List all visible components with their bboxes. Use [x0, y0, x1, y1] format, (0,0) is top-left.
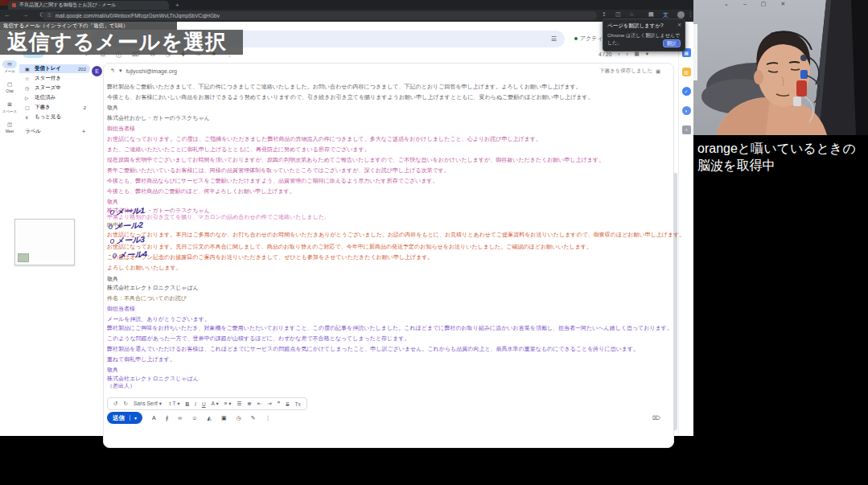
send-button[interactable]: 送信 ▾: [107, 412, 142, 424]
italic-icon[interactable]: I: [195, 401, 196, 407]
drafts-icon: ▢: [25, 105, 31, 110]
discard-draft-icon[interactable]: ⌦: [652, 415, 660, 421]
popout-icon[interactable]: ▣: [656, 68, 660, 75]
sidebar-item-label: 送信済み: [35, 94, 56, 101]
pagination-row: 4 / 20 ‹ › ▦ ▾: [599, 51, 648, 57]
inbox-icon: ▣: [25, 66, 31, 72]
rail-item-mail[interactable]: ✉メール: [0, 60, 19, 73]
minimize-icon[interactable]: –: [743, 1, 747, 7]
new-tab-button[interactable]: +: [175, 2, 179, 9]
indent-more-icon[interactable]: ⇥: [267, 401, 271, 407]
sidebar-item-more[interactable]: ∨もっと見る: [19, 113, 90, 121]
sidebar-item-sent[interactable]: ▷送信済み: [19, 93, 90, 102]
more-options-icon[interactable]: ⋮: [265, 415, 271, 421]
compose-action-icons: A∮∞☺◭▣◷✎⋮: [152, 415, 270, 421]
app-rail: ✉メール▢Chat⊞スペース◫Meet: [0, 60, 19, 141]
rail-item-spaces[interactable]: ⊞スペース: [0, 101, 19, 113]
newer-icon[interactable]: ‹: [618, 51, 619, 57]
bullet-list-icon[interactable]: ≣: [247, 401, 251, 407]
bookmark-star-icon[interactable]: ☆: [629, 11, 634, 18]
window-menu-icon[interactable]: ⌄: [724, 1, 729, 7]
indent-less-icon[interactable]: ⇤: [257, 401, 261, 407]
share-icon[interactable]: ↥: [602, 11, 607, 18]
scrollbar[interactable]: [673, 173, 677, 430]
close-icon[interactable]: ✕: [780, 1, 785, 7]
rail-item-meet[interactable]: ◫Meet: [0, 121, 19, 134]
window-controls[interactable]: ⌄–▢✕: [724, 1, 785, 7]
browser-menu-icon[interactable]: ⋮: [688, 11, 693, 18]
url-text: mail.google.com/mail/u/0/#inbox/FMfcgzGs…: [56, 13, 220, 18]
sidebar-item-label: スヌーズ中: [35, 84, 61, 92]
active-status-dot: [574, 37, 578, 40]
caption-small: 返信するメール（インラインで下の「返信」で1回）: [0, 22, 177, 30]
reading-list-icon[interactable]: ◫: [615, 11, 621, 18]
redo-icon[interactable]: ↻: [123, 401, 127, 407]
sidebar-item-starred[interactable]: ☆スター付き: [19, 74, 90, 83]
reply-compose-card[interactable]: [103, 63, 674, 448]
quote-icon[interactable]: ❞: [278, 401, 281, 407]
signature-icon[interactable]: ✎: [251, 415, 256, 421]
browser-window: 不良品混入に関する御報告とお詫び - メール + ← → ⟳ ⚿ mail.go…: [0, 0, 693, 436]
bold-icon[interactable]: B: [185, 401, 189, 407]
confidential-mode-icon[interactable]: ◷: [237, 415, 241, 421]
drive-icon[interactable]: ◭: [208, 415, 212, 421]
browser-profile-avatar[interactable]: [677, 11, 685, 18]
keep-icon[interactable]: ▥: [682, 68, 691, 76]
stage: 不良品混入に関する御報告とお詫び - メール + ← → ⟳ ⚿ mail.go…: [0, 0, 868, 485]
sidebar-item-inbox[interactable]: ▣受信トレイ202: [19, 64, 90, 73]
insert-link-icon[interactable]: ∞: [178, 415, 182, 421]
get-addons-icon[interactable]: ＋: [682, 125, 691, 134]
tasks-icon[interactable]: ✓: [682, 87, 691, 96]
maximize-icon[interactable]: ▢: [761, 1, 767, 7]
attach-file-icon[interactable]: ∮: [166, 415, 169, 421]
recipient-row[interactable]: ↰ ▾ fujiyoshi@image.org: [110, 68, 177, 74]
numbered-list-icon[interactable]: ☰: [237, 401, 242, 407]
underline-icon[interactable]: U: [202, 401, 206, 407]
translate-popup-close-icon[interactable]: ✕: [677, 22, 681, 27]
draft-saved-status: 下書きを保存しました ▣: [599, 68, 660, 75]
search-options-icon[interactable]: ☰: [551, 35, 557, 43]
create-label-button[interactable]: +: [82, 129, 85, 134]
tab-title: 不良品混入に関する御報告とお詫び - メール: [19, 2, 116, 9]
snoozed-icon: ◷: [25, 85, 31, 91]
rail-item-label: メール: [0, 69, 19, 73]
webcam-caption-line2: 脳波を取得中: [697, 157, 865, 174]
align-icon[interactable]: ≡ ▾: [224, 401, 232, 407]
formatting-options-icon[interactable]: A: [152, 415, 156, 421]
translate-button[interactable]: 翻訳: [663, 39, 681, 47]
caption-large: 返信するメールを選択: [0, 30, 243, 55]
rail-item-chat[interactable]: ▢Chat: [0, 80, 19, 93]
address-bar[interactable]: ⚿ mail.google.com/mail/u/0/#inbox/FMfcgz…: [42, 11, 597, 20]
translate-popup: ページを翻訳しますか? Chrome は正しく翻訳しませんでした。 ✕ 翻訳: [603, 18, 685, 51]
browser-url-bar: ← → ⟳ ⚿ mail.google.com/mail/u/0/#inbox/…: [0, 10, 693, 22]
side-panel-divider: [678, 48, 679, 436]
older-icon[interactable]: ›: [626, 51, 627, 57]
meet-icon: ◫: [2, 121, 17, 129]
font-size-icon[interactable]: ｔT ▾: [167, 401, 179, 408]
strikethrough-icon[interactable]: S: [286, 401, 289, 407]
more-icon: ∨: [25, 114, 31, 120]
remove-formatting-icon[interactable]: Tx: [295, 401, 301, 407]
sidebar-item-snoozed[interactable]: ◷スヌーズ中: [19, 84, 90, 92]
input-tools-caret-icon[interactable]: ▾: [646, 51, 648, 57]
contacts-icon[interactable]: ◗: [682, 106, 691, 115]
labels-header-row: ラベル+: [19, 128, 90, 135]
browser-tab-bar: 不良品混入に関する御報告とお詫び - メール +: [0, 0, 693, 10]
send-options-caret-icon[interactable]: ▾: [130, 415, 137, 421]
input-tools-icon[interactable]: ▦: [635, 51, 640, 57]
send-row: 送信 ▾ A∮∞☺◭▣◷✎⋮ ⌦: [107, 411, 670, 425]
insert-emoji-icon[interactable]: ☺: [191, 415, 197, 421]
side-panel-icon[interactable]: ▤: [648, 11, 654, 18]
undo-icon[interactable]: ↺: [113, 401, 117, 407]
browser-tab[interactable]: 不良品混入に関する御報告とお詫び - メール: [8, 1, 169, 10]
sidebar-item-drafts[interactable]: ▢下書き2: [19, 103, 90, 112]
recipient-caret-icon[interactable]: ▾: [119, 68, 122, 74]
labels-header: ラベル: [25, 128, 41, 135]
font-family-select[interactable]: Sans Serif ▾: [134, 401, 162, 407]
insert-image-icon[interactable]: ▣: [221, 415, 227, 421]
avatar: E: [92, 66, 102, 76]
sidebar-item-label: もっと見る: [35, 113, 61, 121]
text-color-icon[interactable]: A ▾: [212, 401, 219, 407]
draft-saved-text: 下書きを保存しました: [599, 68, 652, 75]
pagination-text: 4 / 20: [599, 51, 611, 57]
